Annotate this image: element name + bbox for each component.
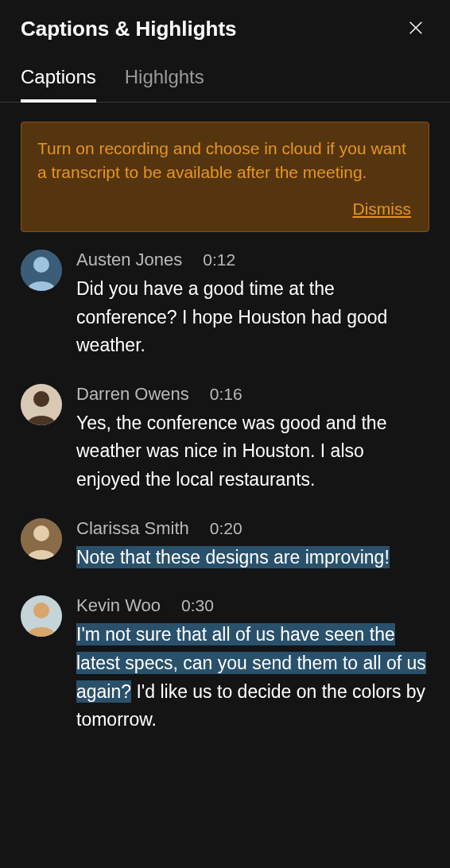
dismiss-button[interactable]: Dismiss [351,198,413,220]
avatar [21,250,62,291]
caption-text-pre: Yes, the conference was good and the wea… [76,413,386,490]
recording-banner: Turn on recording and choose in cloud if… [21,122,429,232]
banner-message: Turn on recording and choose in cloud if… [37,137,413,185]
captions-panel: Captions & Highlights Captions Highlghts… [0,0,450,868]
svg-point-5 [33,391,49,407]
caption-text[interactable]: Yes, the conference was good and the wea… [76,409,429,494]
speaker-name: Kevin Woo [76,595,161,616]
caption-meta: Darren Owens 0:16 [76,384,429,405]
banner-actions: Dismiss [37,198,413,220]
caption-row: Clarissa Smith 0:20 Note that these desi… [21,518,429,572]
caption-row: Darren Owens 0:16 Yes, the conference wa… [21,384,429,494]
caption-text[interactable]: I'm not sure that all of us have seen th… [76,621,429,734]
tab-captions[interactable]: Captions [21,66,96,103]
avatar [21,384,62,425]
tab-highlights[interactable]: Highlghts [125,66,204,103]
captions-list: Austen Jones 0:12 Did you have a good ti… [21,250,429,734]
caption-timestamp: 0:12 [203,250,235,269]
caption-body: Clarissa Smith 0:20 Note that these desi… [76,518,429,572]
caption-row: Austen Jones 0:12 Did you have a good ti… [21,250,429,360]
caption-meta: Austen Jones 0:12 [76,250,429,270]
caption-text[interactable]: Did you have a good time at the conferen… [76,275,429,360]
caption-row: Kevin Woo 0:30 I'm not sure that all of … [21,595,429,734]
tab-bar: Captions Highlghts [0,50,450,103]
caption-text[interactable]: Note that these designs are improving! [76,544,429,572]
captions-content: Turn on recording and choose in cloud if… [0,103,450,868]
close-button[interactable] [402,14,429,44]
caption-text-pre: Did you have a good time at the conferen… [76,278,387,355]
close-icon [407,19,425,39]
caption-body: Darren Owens 0:16 Yes, the conference wa… [76,384,429,494]
caption-body: Kevin Woo 0:30 I'm not sure that all of … [76,595,429,734]
speaker-name: Darren Owens [76,384,189,405]
svg-point-3 [33,257,49,273]
svg-point-9 [33,603,49,618]
panel-header: Captions & Highlights [0,0,450,50]
avatar [21,518,62,560]
svg-point-7 [33,525,49,541]
caption-text-highlight: Note that these designs are improving! [76,546,390,568]
speaker-name: Clarissa Smith [76,518,189,539]
speaker-name: Austen Jones [76,250,182,270]
caption-timestamp: 0:16 [210,385,242,404]
avatar [21,595,62,637]
caption-timestamp: 0:30 [181,596,214,615]
caption-body: Austen Jones 0:12 Did you have a good ti… [76,250,429,360]
caption-meta: Kevin Woo 0:30 [76,595,429,616]
caption-meta: Clarissa Smith 0:20 [76,518,429,539]
panel-title: Captions & Highlights [21,17,237,41]
caption-timestamp: 0:20 [210,519,242,538]
